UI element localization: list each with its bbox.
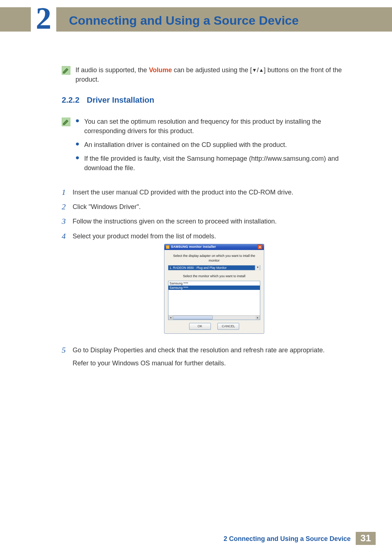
page-content: If audio is supported, the Volume can be… [62,65,356,373]
step-text: Follow the instructions given on the scr… [73,217,356,226]
note-highlight: Volume [149,66,172,74]
step-text: Select your product model from the list … [73,231,356,241]
step-number: 2 [62,202,73,212]
note-prefix: If audio is supported, the [75,66,149,74]
chapter-number: 2 [36,3,52,34]
installer-body: Select the display adapter on which you … [164,250,264,333]
bullet-icon: • [75,155,84,174]
scroll-track[interactable] [173,316,256,320]
bullet-icon: • [75,118,84,137]
bullet-text: An installation driver is contained on t… [84,140,287,149]
horizontal-scrollbar[interactable]: ◂ ▸ [168,315,260,320]
app-icon [166,245,170,249]
section-number: 2.2.2 [62,95,79,104]
page-number: 31 [356,532,376,545]
list-item: • An installation driver is contained on… [75,140,356,149]
list-item: • You can set the optimum resolution and… [75,117,356,136]
note-mid: can be adjusted using the [ [174,66,252,74]
list-item[interactable]: Samsung **** [168,281,260,286]
installer-dialog: SAMSUNG monitor installer X Select the d… [164,244,264,334]
down-icon: ▼ [252,66,257,74]
audio-note-text: If audio is supported, the Volume can be… [75,65,356,84]
chapter-title: Connecting and Using a Source Device [69,12,299,29]
close-button[interactable]: X [257,245,262,249]
footer-chapter: 2 Connecting and Using a Source Device [224,532,356,545]
step-list: 1 Insert the user manual CD provided wit… [62,188,356,368]
footer-chapter-number: 2 [224,535,227,542]
step-number: 4 [62,231,73,340]
step-number: 5 [62,345,73,368]
bullet-icon: • [75,141,84,151]
adapter-value: 1. RADEON 9550 : Plug and Play Monitor [168,266,255,270]
footer-chapter-title: Connecting and Using a Source Device [229,535,351,542]
audio-note: If audio is supported, the Volume can be… [62,65,356,84]
chevron-down-icon[interactable]: ▾ [255,265,260,270]
chapter-badge: 2 [31,0,56,36]
note-icon [62,66,70,75]
step-number: 1 [62,188,73,197]
step-text: Insert the user manual CD provided with … [73,188,356,197]
ok-button[interactable]: OK [189,323,211,330]
driver-note-block: • You can set the optimum resolution and… [62,117,356,177]
installer-title: SAMSUNG monitor installer [171,245,257,249]
step-item: 3 Follow the instructions given on the s… [62,217,356,226]
step-item: 5 Go to Display Properties and check tha… [62,345,356,368]
page-footer: 2 Connecting and Using a Source Device 3… [0,532,392,545]
scroll-thumb[interactable] [173,316,213,320]
scroll-right-icon[interactable]: ▸ [256,316,260,320]
step-text: Click "Windows Driver". [73,202,356,212]
step-item: 2 Click "Windows Driver". [62,202,356,212]
adapter-combobox[interactable]: 1. RADEON 9550 : Plug and Play Monitor ▾ [168,265,260,270]
list-item-selected[interactable]: Samsung **** [168,286,260,290]
list-item: • If the file provided is faulty, visit … [75,154,356,173]
step-text: Go to Display Properties and check that … [73,345,356,355]
monitor-listbox[interactable]: Samsung **** Samsung **** ◂ ▸ [168,281,260,320]
up-icon: ▲ [259,66,264,74]
section-heading: 2.2.2 Driver Installation [62,94,356,106]
button-bar: OK CANCEL [168,323,260,331]
installer-titlebar: SAMSUNG monitor installer X [164,244,264,250]
monitor-label: Select the monitor which you want to ins… [168,274,260,279]
bullet-list: • You can set the optimum resolution and… [75,117,356,177]
step-subtext: Refer to your Windows OS manual for furt… [73,358,356,368]
bullet-text: You can set the optimum resolution and f… [84,117,356,136]
note-icon [62,118,70,126]
scroll-left-icon[interactable]: ◂ [168,316,173,320]
bullet-text: If the file provided is faulty, visit th… [84,154,356,173]
step-number: 3 [62,217,73,226]
section-title: Driver Installation [87,95,154,104]
cancel-button[interactable]: CANCEL [217,323,239,330]
step-item: 1 Insert the user manual CD provided wit… [62,188,356,197]
adapter-label: Select the display adapter on which you … [168,254,260,263]
step-item: 4 Select your product model from the lis… [62,231,356,340]
